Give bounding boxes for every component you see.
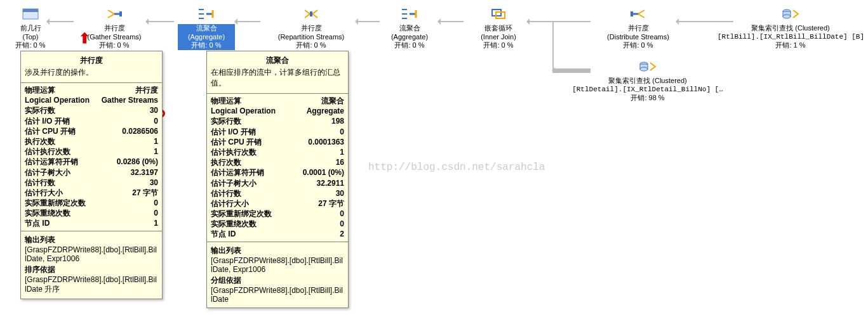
tooltip-row: 估计行数30: [207, 188, 348, 198]
svg-point-9: [783, 15, 791, 18]
tooltip-row: 估计子树大小32.2911: [207, 178, 348, 188]
arrow: [356, 21, 380, 22]
tooltip-row-key: Logical Operation: [25, 95, 90, 105]
plan-node-clustered-index-seek-bill[interactable]: 聚集索引查找 (Clustered) [RtlBill].[IX_RtlBill…: [718, 8, 864, 50]
tooltip-description: 在相应排序的流中，计算多组行的汇总值。: [207, 66, 348, 91]
tooltip-row: 物理运算并行度: [21, 85, 162, 95]
tooltip-row-key: 估计行数: [25, 178, 55, 188]
node-cost: 开销: 0 %: [467, 41, 530, 50]
node-cost: 开销: 0 %: [264, 41, 359, 50]
order-by-text: [GraspFZDRPWrite88].[dbo].[RtlBill].Bill…: [21, 275, 162, 295]
tooltip-row: Logical OperationGather Streams: [21, 95, 162, 105]
tooltip-row-value: 0: [340, 219, 344, 229]
plan-node-top[interactable]: 前几行 (Top) 开销: 0 %: [11, 8, 50, 50]
tooltip-row-key: 实际重新绑定次数: [25, 198, 86, 208]
tooltip-row: 估计 CPU 开销0.0001363: [207, 137, 348, 147]
tooltip-row-value: 0: [154, 198, 158, 208]
tooltip-row: 估计 I/O 开销0: [207, 127, 348, 137]
tooltip-row: 估计 I/O 开销0: [21, 116, 162, 126]
tooltip-row: 估计子树大小32.3197: [21, 167, 162, 178]
arrow-vertical: [552, 21, 554, 70]
tooltip-row-value: 32.2911: [317, 178, 344, 188]
tooltip-row-key: 估计 CPU 开销: [25, 126, 76, 136]
tooltip-row: 实际重绕次数0: [207, 219, 348, 229]
index-seek-icon: [639, 60, 657, 73]
output-list-label: 输出列表: [207, 244, 348, 256]
node-sublabel: (Aggregate): [178, 33, 235, 42]
tooltip-row-value: 1: [154, 136, 158, 146]
tooltip-row-value: 27 字节: [132, 188, 158, 198]
tooltip-row-key: 估计行数: [211, 188, 241, 198]
tooltip-row-value: 16: [336, 157, 344, 167]
tooltip-title: 并行度: [21, 54, 162, 66]
node-sublabel: (Aggregate): [381, 33, 438, 42]
arrow: [438, 21, 464, 22]
tooltip-row-value: Aggregate: [307, 106, 344, 116]
svg-rect-3: [310, 11, 312, 16]
node-label: 流聚合: [178, 24, 235, 33]
tooltip-row: 估计运算符开销0.0286 (0%): [21, 157, 162, 167]
node-cost: 开销: 0 %: [11, 41, 50, 50]
tooltip-row-key: 估计 CPU 开销: [211, 137, 262, 147]
plan-node-gather-streams[interactable]: 并行度 (Gather Streams) 开销: 0 % ⬆: [76, 8, 152, 50]
plan-node-repartition-streams[interactable]: 并行度 (Repartition Streams) 开销: 0 %: [264, 8, 359, 50]
tooltip-row: 执行次数1: [21, 136, 162, 146]
node-sublabel: (Repartition Streams): [264, 33, 359, 42]
svg-point-12: [640, 67, 648, 71]
tooltip-title: 流聚合: [207, 54, 348, 66]
tooltip-row-value: 1: [340, 147, 344, 157]
group-by-text: [GraspFZDRPWrite88].[dbo].[RtlBill].Bill…: [207, 286, 348, 304]
node-cost: 开销: 0 %: [594, 41, 683, 50]
tooltip-row-value: 0: [340, 127, 344, 137]
tooltip-row: 估计执行次数1: [21, 146, 162, 157]
node-sublabel: (Distribute Streams): [594, 33, 683, 42]
tooltip-row-value: 32.3197: [131, 167, 158, 178]
node-sublabel: (Inner Join): [467, 33, 530, 42]
tooltip-stream-aggregate: 流聚合 在相应排序的流中，计算多组行的汇总值。 物理运算流聚合Logical O…: [206, 51, 349, 308]
tooltip-row: 估计行大小27 字节: [21, 188, 162, 198]
tooltip-row: 估计执行次数1: [207, 147, 348, 157]
index-seek-icon: [782, 8, 799, 20]
tooltip-row-key: 估计行大小: [211, 198, 249, 209]
plan-node-clustered-index-seek-detail[interactable]: 聚集索引查找 (Clustered) [RtlDetail].[IX_RtlDe…: [571, 60, 724, 103]
plan-node-stream-aggregate[interactable]: 流聚合 (Aggregate) 开销: 0 %: [178, 8, 235, 50]
tooltip-row-value: 2: [340, 229, 344, 239]
node-label: 嵌套循环: [467, 24, 530, 33]
node-cost: 开销: 0 %: [178, 41, 235, 50]
plan-node-nested-loops[interactable]: 嵌套循环 (Inner Join) 开销: 0 %: [467, 8, 530, 50]
tooltip-row-key: 实际重绕次数: [25, 208, 70, 218]
tooltip-row-key: 实际行数: [25, 105, 55, 115]
node-sublabel: [RtlDetail].[IX_RtlDetail_BillNo] […: [571, 86, 724, 94]
svg-rect-6: [631, 11, 633, 16]
tooltip-row-key: 估计子树大小: [25, 167, 70, 178]
tooltip-row-key: 估计运算符开销: [25, 157, 78, 167]
tooltip-row: 实际重绕次数0: [21, 208, 162, 218]
aggregate-icon: [197, 8, 215, 20]
plan-node-distribute-streams[interactable]: 并行度 (Distribute Streams) 开销: 0 %: [594, 8, 683, 50]
tooltip-row-key: 估计子树大小: [211, 178, 257, 188]
watermark-text: http://blog.csdn.net/sarahcla: [368, 162, 545, 173]
plan-node-stream-aggregate-2[interactable]: 流聚合 (Aggregate) 开销: 0 %: [381, 8, 438, 50]
tooltip-row: 估计运算符开销0.0001 (0%): [207, 167, 348, 178]
tooltip-row-value: 1: [154, 218, 158, 228]
annotation-arrow-icon: ⬆: [79, 34, 90, 42]
parallelism-icon: [629, 8, 647, 20]
svg-rect-2: [119, 11, 122, 16]
node-label: 并行度: [264, 24, 359, 33]
tooltip-row-value: 198: [331, 116, 344, 126]
tooltip-row-key: 执行次数: [211, 157, 241, 167]
output-list-text: [GraspFZDRPWrite88].[dbo].[RtlBill].Bill…: [207, 256, 348, 274]
aggregate-icon: [401, 8, 418, 20]
tooltip-row: 实际行数30: [21, 105, 162, 115]
tooltip-row-value: 0.0286 (0%): [117, 157, 158, 167]
tooltip-row-value: 30: [150, 105, 158, 115]
node-label: 聚集索引查找 (Clustered): [571, 77, 724, 86]
order-by-label: 排序依据: [21, 263, 162, 275]
tooltip-row: 实际重新绑定次数0: [207, 209, 348, 219]
node-label: 并行度: [594, 24, 683, 33]
tooltip-row-key: 物理运算: [25, 85, 55, 95]
tooltip-row-value: 并行度: [135, 85, 158, 95]
svg-rect-1: [23, 9, 38, 12]
tooltip-row-value: 0: [154, 208, 158, 218]
tooltip-row-key: 估计 I/O 开销: [25, 116, 70, 126]
